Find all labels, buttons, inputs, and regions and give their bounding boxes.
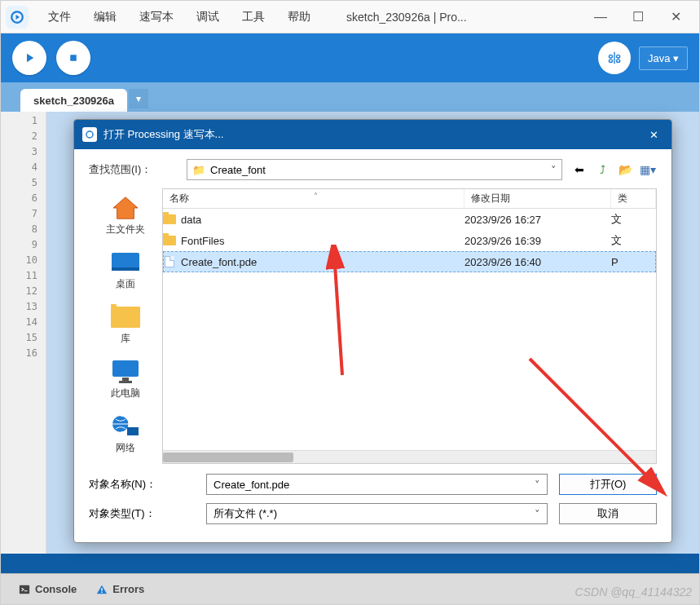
line-number: 3: [1, 146, 46, 161]
console-tab[interactable]: Console: [9, 580, 86, 598]
line-number: 7: [1, 208, 46, 223]
line-number: 10: [1, 254, 46, 270]
filename-label: 对象名称(N)：: [89, 477, 195, 492]
butterfly-icon: [605, 49, 623, 67]
look-in-value: Create_font: [210, 164, 266, 176]
chevron-down-icon: ˅: [535, 508, 540, 520]
minimize-button[interactable]: —: [582, 5, 619, 29]
horizontal-scrollbar[interactable]: [163, 450, 656, 463]
file-list-header[interactable]: 名称 修改日期 类 ˄: [163, 189, 656, 209]
svg-rect-12: [127, 427, 139, 435]
col-date-header[interactable]: 修改日期: [464, 189, 611, 208]
place-home[interactable]: 主文件夹: [106, 193, 145, 236]
stop-button[interactable]: [56, 41, 90, 75]
sort-indicator-icon: ˄: [314, 192, 318, 201]
console-icon: [19, 584, 30, 595]
close-window-button[interactable]: ✕: [657, 5, 694, 29]
place-desktop[interactable]: 桌面: [108, 248, 143, 291]
file-row[interactable]: data2023/9/26 16:27文: [163, 209, 656, 230]
place-thispc[interactable]: 此电脑: [108, 357, 143, 400]
play-icon: [22, 51, 37, 65]
filetype-label: 对象类型(T)：: [89, 506, 195, 521]
file-row[interactable]: FontFiles2023/9/26 16:39文: [163, 230, 656, 251]
chevron-down-icon: ˅: [551, 164, 557, 176]
titlebar: 文件 编辑 速写本 调试 工具 帮助 sketch_230926a | Pro.…: [1, 1, 699, 33]
sketch-tabbar: sketch_230926a ▾: [1, 82, 699, 112]
toolbar: Java: [1, 33, 699, 82]
menu-help[interactable]: 帮助: [276, 10, 322, 24]
look-in-dropdown[interactable]: 📁 Create_font ˅: [187, 159, 562, 180]
stop-icon: [66, 51, 81, 65]
network-icon: [108, 412, 143, 441]
line-gutter: 12345678910111213141516: [1, 112, 46, 554]
svg-rect-8: [112, 360, 139, 377]
open-file-dialog: 打开 Processing 速写本... ✕ 查找范围(I)： 📁 Create…: [73, 119, 672, 543]
chevron-down-icon: ˅: [535, 479, 540, 491]
errors-tab[interactable]: Errors: [86, 580, 154, 598]
line-number: 16: [1, 347, 46, 363]
folder-icon: 📁: [192, 164, 205, 176]
menu-file[interactable]: 文件: [37, 10, 82, 24]
svg-rect-1: [70, 55, 77, 61]
dialog-titlebar: 打开 Processing 速写本... ✕: [74, 120, 671, 149]
svg-rect-7: [112, 267, 139, 271]
dialog-close-button[interactable]: ✕: [644, 125, 663, 144]
filename-input[interactable]: Create_font.pde ˅: [206, 474, 548, 495]
debug-icon-button[interactable]: [598, 42, 631, 74]
file-name: FontFiles: [181, 235, 224, 247]
line-number: 8: [1, 223, 46, 239]
svg-rect-3: [102, 588, 103, 591]
file-extra: 文: [611, 212, 656, 227]
col-extra-header[interactable]: 类: [611, 189, 656, 208]
errors-label: Errors: [112, 583, 144, 595]
filetype-dropdown[interactable]: 所有文件 (*.*) ˅: [206, 503, 548, 524]
nav-back-button[interactable]: ⬅: [570, 161, 588, 179]
menu-sketch[interactable]: 速写本: [128, 10, 185, 24]
svg-rect-9: [122, 378, 129, 381]
line-number: 12: [1, 285, 46, 301]
tab-active[interactable]: sketch_230926a: [20, 89, 127, 112]
line-number: 13: [1, 301, 46, 316]
file-extra: 文: [611, 233, 656, 248]
new-folder-button[interactable]: 📂: [616, 161, 634, 179]
places-panel: 主文件夹 桌面 库 此电脑 网络: [89, 188, 162, 464]
line-number: 11: [1, 270, 46, 285]
home-icon: [108, 193, 143, 223]
window-title: sketch_230926a | Pro...: [346, 11, 467, 24]
place-network[interactable]: 网络: [108, 412, 143, 455]
open-button[interactable]: 打开(O): [559, 474, 657, 495]
look-in-label: 查找范围(I)：: [89, 162, 178, 177]
language-selector[interactable]: Java: [639, 46, 688, 70]
file-name: Create_font.pde: [181, 256, 257, 268]
place-library[interactable]: 库: [108, 302, 143, 346]
dialog-title: 打开 Processing 速写本...: [103, 127, 223, 142]
file-date: 2023/9/26 16:39: [464, 235, 611, 247]
app-logo-icon: [6, 6, 29, 29]
warning-icon: [96, 584, 108, 595]
file-row[interactable]: Create_font.pde2023/9/26 16:40P: [163, 251, 656, 272]
svg-rect-4: [102, 591, 103, 592]
cancel-button[interactable]: 取消: [559, 503, 657, 524]
line-number: 1: [1, 115, 46, 130]
folder-icon: [163, 235, 176, 246]
nav-up-button[interactable]: ⤴: [593, 161, 611, 179]
file-list: 名称 修改日期 类 ˄ data2023/9/26 16:27文FontFile…: [162, 188, 657, 464]
line-number: 5: [1, 177, 46, 192]
view-menu-button[interactable]: ▦▾: [639, 161, 657, 179]
console-label: Console: [35, 583, 77, 595]
line-number: 15: [1, 332, 46, 347]
maximize-button[interactable]: ☐: [619, 5, 657, 29]
run-button[interactable]: [12, 41, 46, 75]
menu-tools[interactable]: 工具: [231, 10, 276, 24]
file-name: data: [181, 214, 201, 226]
file-date: 2023/9/26 16:27: [464, 214, 611, 226]
line-number: 6: [1, 192, 46, 208]
menu-debug[interactable]: 调试: [185, 10, 231, 24]
line-number: 14: [1, 316, 46, 332]
monitor-icon: [108, 357, 143, 386]
tab-dropdown-button[interactable]: ▾: [129, 89, 148, 108]
menu-edit[interactable]: 编辑: [82, 10, 128, 24]
file-icon: [163, 256, 176, 267]
line-number: 2: [1, 130, 46, 146]
status-bar: [1, 554, 699, 573]
